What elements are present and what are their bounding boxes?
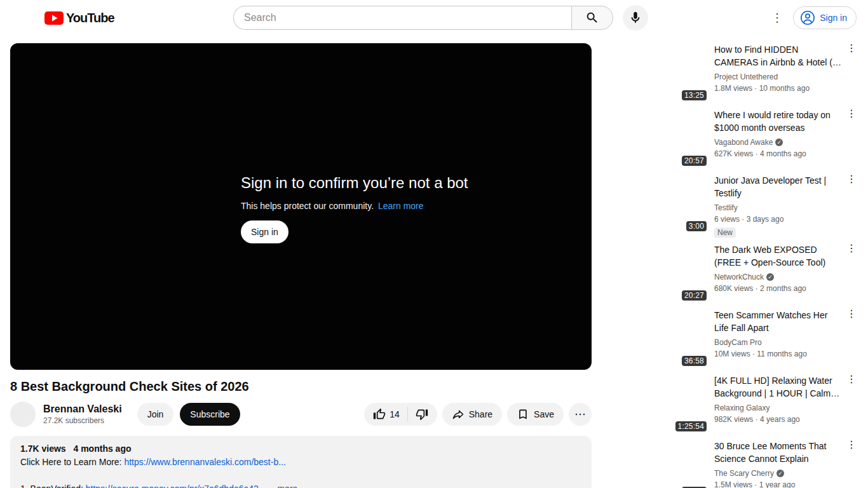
related-video-item[interactable]: 13:25 ⋮ How to Find HIDDEN CAMERAS in Ai… (602, 43, 858, 103)
bookmark-icon (517, 408, 529, 421)
related-channel-name[interactable]: The Scary Cherry (714, 468, 774, 479)
bot-check-message: Sign in to confirm you’re not a bot This… (241, 174, 468, 243)
duration-badge: 3:00 (686, 221, 707, 231)
subscriber-count: 27.2K subscribers (43, 416, 122, 425)
related-video-title[interactable]: [4K FULL HD] Relaxing Water Background |… (714, 374, 841, 400)
share-label: Share (469, 409, 492, 419)
signin-label: Sign in (820, 13, 847, 23)
channel-action-row: Brennan Valeski 27.2K subscribers Join S… (10, 402, 592, 427)
duration-badge: 20:57 (682, 156, 707, 166)
related-video-item[interactable]: 3:00 ⋮ Junior Java Developer Test | Test… (602, 174, 858, 238)
related-video-meta: 6 views · 3 days ago (714, 214, 841, 225)
subscribe-button[interactable]: Subscribe (180, 403, 240, 426)
related-video-info: ⋮ How to Find HIDDEN CAMERAS in Airbnb &… (714, 43, 858, 103)
related-video-meta: 982K views · 4 years ago (714, 414, 841, 425)
voice-search-button[interactable] (623, 5, 648, 30)
player-signin-button[interactable]: Sign in (241, 220, 288, 243)
thumbs-down-icon (416, 408, 428, 421)
search-button[interactable] (571, 6, 613, 30)
verified-badge-icon: ✓ (776, 470, 784, 477)
search-input[interactable] (233, 6, 571, 30)
description-more-link[interactable]: ...more (270, 484, 298, 488)
video-player[interactable]: Sign in to confirm you’re not a bot This… (10, 43, 592, 370)
share-icon (452, 408, 465, 421)
related-video-item[interactable]: 1:25:54 ⋮ [4K FULL HD] Relaxing Water Ba… (602, 374, 858, 434)
related-video-meta: 1.5M views · 1 year ago (714, 479, 841, 488)
related-video-item[interactable]: 36:58 ⋮ Teen Scammer Watches Her Life Fa… (602, 309, 858, 369)
video-thumbnail[interactable]: 13:25 (602, 43, 709, 103)
related-channel-name[interactable]: Project Untethered (714, 71, 778, 83)
related-channel-name[interactable]: Testlify (714, 202, 738, 214)
related-video-meta: 1.8M views · 10 months ago (714, 83, 841, 94)
share-button[interactable]: Share (442, 403, 502, 426)
related-video-meta: 627K views · 4 months ago (714, 148, 841, 159)
kebab-menu-icon[interactable]: ⋮ (846, 43, 857, 53)
like-button[interactable]: 14 (364, 403, 407, 426)
search-bar (233, 6, 613, 30)
description-stats: 1.7K views 4 months ago (20, 444, 581, 454)
kebab-menu-icon[interactable]: ⋮ (846, 374, 857, 384)
youtube-logo[interactable]: YouTube (44, 11, 114, 25)
channel-name[interactable]: Brennan Valeski (43, 403, 122, 415)
youtube-wordmark: YouTube (66, 11, 114, 25)
channel-avatar[interactable] (10, 402, 36, 427)
kebab-menu-icon[interactable]: ⋮ (846, 109, 857, 119)
related-channel-name[interactable]: Relaxing Galaxy (714, 402, 770, 414)
person-circle-icon (800, 10, 815, 25)
related-video-info: ⋮ [4K FULL HD] Relaxing Water Background… (714, 374, 858, 434)
dislike-button[interactable] (408, 403, 437, 426)
duration-badge: 1:25:54 (675, 421, 707, 431)
related-video-title[interactable]: The Dark Web EXPOSED (FREE + Open-Source… (714, 243, 841, 269)
channel-info: Brennan Valeski 27.2K subscribers (43, 403, 122, 425)
video-thumbnail[interactable]: 20:27 (602, 243, 709, 303)
related-video-title[interactable]: Teen Scammer Watches Her Life Fall Apart (714, 309, 841, 334)
related-video-meta: 10M views · 11 months ago (714, 348, 841, 360)
video-thumbnail[interactable]: 36:58 (602, 309, 709, 369)
kebab-menu-icon[interactable]: ⋮ (846, 440, 857, 450)
related-video-title[interactable]: 30 Bruce Lee Moments That Science Cannot… (714, 440, 841, 465)
settings-kebab-icon[interactable]: ⋮ (764, 5, 790, 30)
related-video-meta: 680K views · 2 months ago (714, 283, 841, 294)
description-line-2-label: 1. BeenVerified: (20, 484, 83, 488)
like-dislike-bar: 14 (364, 403, 437, 426)
signin-button[interactable]: Sign in (793, 6, 857, 29)
video-thumbnail[interactable]: 3:00 (602, 174, 709, 234)
related-video-item[interactable]: 27:32 ⋮ 30 Bruce Lee Moments That Scienc… (602, 440, 858, 488)
join-button[interactable]: Join (137, 403, 174, 426)
description-line-2: 1. BeenVerified: https://secure.money.co… (20, 484, 581, 488)
video-thumbnail[interactable]: 27:32 (602, 440, 709, 488)
related-video-info: ⋮ Junior Java Developer Test | Testlify … (714, 174, 858, 238)
video-title: 8 Best Background Check Sites of 2026 (10, 379, 592, 394)
more-actions-button[interactable]: ⋯ (569, 403, 592, 426)
learn-more-link[interactable]: Learn more (378, 201, 424, 211)
hamburger-menu-icon[interactable] (10, 5, 36, 30)
related-video-info: ⋮ 30 Bruce Lee Moments That Science Cann… (714, 440, 858, 488)
top-bar: YouTube ⋮ Sign in (0, 0, 868, 36)
related-video-title[interactable]: Junior Java Developer Test | Testlify (714, 174, 841, 200)
description-link-2[interactable]: https://secure.money.com/pr/x7e6dbde6a42 (86, 484, 259, 488)
description-box[interactable]: 1.7K views 4 months ago Click Here to Le… (10, 436, 592, 488)
related-videos-sidebar: 13:25 ⋮ How to Find HIDDEN CAMERAS in Ai… (602, 43, 858, 488)
description-line-1-label: Click Here to Learn More: (20, 457, 122, 467)
related-video-title[interactable]: Where I would retire today on $1000 mont… (714, 109, 841, 134)
watch-column: Sign in to confirm you’re not a bot This… (10, 43, 592, 488)
view-count: 1.7K views (20, 444, 66, 454)
related-video-title[interactable]: How to Find HIDDEN CAMERAS in Airbnb & H… (714, 43, 841, 69)
save-button[interactable]: Save (507, 403, 564, 426)
kebab-menu-icon[interactable]: ⋮ (846, 243, 857, 254)
video-thumbnail[interactable]: 20:57 (602, 109, 709, 168)
like-count: 14 (390, 409, 400, 419)
youtube-play-icon (44, 11, 64, 25)
related-video-item[interactable]: 20:27 ⋮ The Dark Web EXPOSED (FREE + Ope… (602, 243, 858, 303)
related-video-info: ⋮ Where I would retire today on $1000 mo… (714, 109, 858, 168)
related-video-item[interactable]: 20:57 ⋮ Where I would retire today on $1… (602, 109, 858, 168)
related-channel-name[interactable]: NetworkChuck (714, 271, 764, 283)
related-channel-name[interactable]: BodyCam Pro (714, 337, 762, 348)
bot-check-subtitle: This helps protect our community. (241, 201, 374, 211)
description-link-1[interactable]: https://www.brennanvaleski.com/best-b... (124, 457, 285, 467)
video-thumbnail[interactable]: 1:25:54 (602, 374, 709, 434)
related-channel-name[interactable]: Vagabond Awake (714, 137, 773, 148)
kebab-menu-icon[interactable]: ⋮ (846, 174, 857, 184)
save-label: Save (534, 409, 554, 419)
kebab-menu-icon[interactable]: ⋮ (846, 309, 857, 319)
